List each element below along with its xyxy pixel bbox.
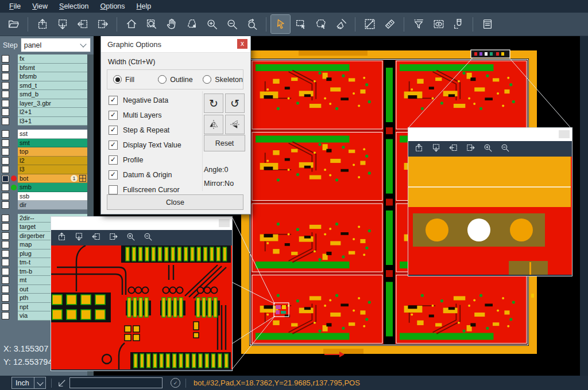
layer-visibility-checkbox[interactable] <box>2 223 9 231</box>
layer-row-fx[interactable]: fx <box>0 54 87 64</box>
layer-name-cell[interactable]: l2+1 <box>18 108 87 117</box>
reset-button[interactable]: Reset <box>204 135 245 151</box>
layer-visibility-checkbox[interactable] <box>2 259 9 266</box>
hand-pan-button[interactable] <box>162 15 181 33</box>
layer-visibility-checkbox[interactable] <box>2 130 9 138</box>
pan-right-button[interactable] <box>93 15 112 33</box>
layer-visibility-checkbox[interactable] <box>2 91 9 98</box>
checkbox-display-text-value[interactable]: ✓Display Text Value <box>109 141 181 150</box>
layer-visibility-checkbox[interactable] <box>2 73 9 80</box>
layer-visibility-checkbox[interactable] <box>2 276 9 284</box>
home-view-button[interactable] <box>122 15 141 33</box>
zoom-in-button[interactable] <box>126 232 136 244</box>
layer-row-l3[interactable]: l3 <box>0 165 87 174</box>
layer-visibility-checkbox[interactable] <box>2 100 9 107</box>
filter-button[interactable] <box>409 15 428 33</box>
layer-name-cell[interactable]: ssb <box>18 192 87 201</box>
step-dropdown[interactable]: panel <box>21 38 91 52</box>
layer-visibility-checkbox[interactable] <box>2 312 9 319</box>
checkbox-step-repeat[interactable]: ✓Step & Repeat <box>109 126 169 135</box>
open-folder-button[interactable] <box>4 15 23 33</box>
layer-row-bfsmt[interactable]: bfsmt <box>0 64 87 73</box>
pan-up-button[interactable] <box>33 15 52 33</box>
measure-line-button[interactable] <box>360 15 379 33</box>
checkbox-fullscreen-cursor[interactable]: Fullscreen Cursor <box>109 185 180 194</box>
layer-visibility-checkbox[interactable] <box>2 148 9 155</box>
magnifier-window-right[interactable] <box>408 127 572 276</box>
layer-row-bot[interactable]: bot1 <box>0 174 87 184</box>
layer-row-top[interactable]: top <box>0 147 87 157</box>
dialog-title[interactable]: Graphic Options <box>101 36 250 53</box>
layer-visibility-checkbox[interactable] <box>2 157 9 165</box>
magnifier-titlebar[interactable] <box>51 217 232 230</box>
layer-visibility-checkbox[interactable] <box>2 175 9 182</box>
magnifier-view-left[interactable] <box>51 245 232 369</box>
pan-left-button[interactable] <box>448 143 458 155</box>
layer-visibility-checkbox[interactable] <box>2 303 9 311</box>
zoom-in-button[interactable] <box>202 15 221 33</box>
layer-row-bfsmb[interactable]: bfsmb <box>0 72 87 81</box>
clean-brush-button[interactable] <box>331 15 350 33</box>
layer-row-layer_3.gbr[interactable]: layer_3.gbr <box>0 99 87 108</box>
close-button[interactable]: Close <box>107 194 243 210</box>
layer-row-sst[interactable]: sst <box>0 130 87 139</box>
layer-name-cell[interactable]: bfsmb <box>18 72 87 81</box>
checkbox-negative-data[interactable]: ✓Negative Data <box>109 96 168 105</box>
menu-selection[interactable]: Selection <box>53 1 94 11</box>
zoom-in-button[interactable] <box>483 143 493 155</box>
checkbox-multi-layers[interactable]: ✓Multi Layers <box>109 111 161 120</box>
pan-down-button[interactable] <box>74 232 84 244</box>
pan-left-button[interactable] <box>91 232 101 244</box>
layer-visibility-checkbox[interactable] <box>2 232 9 240</box>
layer-name-cell[interactable]: smt <box>18 139 87 148</box>
layer-visibility-checkbox[interactable] <box>2 214 9 222</box>
select-cursor-button[interactable] <box>271 15 290 33</box>
layer-name-cell[interactable]: l3 <box>18 165 87 174</box>
layer-name-cell[interactable]: smb <box>18 183 87 192</box>
layer-row-l2[interactable]: l2 <box>0 157 87 166</box>
layer-visibility-checkbox[interactable] <box>2 241 9 248</box>
menu-help[interactable]: Help <box>131 1 157 11</box>
layer-visibility-checkbox[interactable] <box>2 82 9 89</box>
window-button[interactable] <box>219 219 230 227</box>
layer-visibility-checkbox[interactable] <box>2 286 9 293</box>
layer-row-l3+1[interactable]: l3+1 <box>0 117 87 126</box>
layer-visibility-checkbox[interactable] <box>2 64 9 72</box>
rotate-ccw-button[interactable]: ↺ <box>225 93 245 113</box>
layer-visibility-checkbox[interactable] <box>2 184 9 191</box>
magnifier-view-right[interactable] <box>408 157 572 275</box>
ruler-button[interactable] <box>380 15 399 33</box>
window-button[interactable] <box>559 130 570 138</box>
pan-down-button[interactable] <box>53 15 72 33</box>
layer-visibility-checkbox[interactable] <box>2 193 9 200</box>
pan-down-button[interactable] <box>431 143 441 155</box>
pan-up-button[interactable] <box>414 143 424 155</box>
layer-name-cell[interactable]: fx <box>18 54 87 64</box>
layer-visibility-checkbox[interactable] <box>2 268 9 275</box>
layer-visibility-checkbox[interactable] <box>2 201 9 209</box>
layer-name-cell[interactable]: layer_3.gbr <box>18 99 87 108</box>
mirror-horizontal-button[interactable] <box>204 115 223 134</box>
layer-name-cell[interactable]: smd_b <box>18 90 87 99</box>
layer-row-smd_b[interactable]: smd_b <box>0 90 87 99</box>
layer-visibility-checkbox[interactable] <box>2 166 9 173</box>
layer-name-cell[interactable]: dir <box>18 201 87 210</box>
layer-visibility-checkbox[interactable] <box>2 250 9 258</box>
layer-name-cell[interactable]: l3+1 <box>18 117 87 126</box>
zoom-out-button[interactable] <box>500 143 510 155</box>
layer-row-smd_t[interactable]: smd_t <box>0 81 87 91</box>
layer-name-cell[interactable]: smd_t <box>18 81 87 91</box>
layer-row-ssb[interactable]: ssb <box>0 192 87 201</box>
checkbox-datum-origin[interactable]: ✓Datum & Origin <box>109 170 172 180</box>
zoom-selected-button[interactable] <box>182 15 201 33</box>
layer-visibility-checkbox[interactable] <box>2 294 9 302</box>
snap-magnet-button[interactable] <box>449 15 468 33</box>
zoom-window-button[interactable] <box>142 15 161 33</box>
menu-file[interactable]: File <box>3 1 26 11</box>
angle-mode-icon[interactable] <box>57 378 67 388</box>
checkbox-profile[interactable]: ✓Profile <box>109 155 143 165</box>
mirror-vertical-button[interactable] <box>225 115 245 134</box>
zoom-out-button[interactable] <box>222 15 241 33</box>
layer-name-cell[interactable]: bfsmt <box>18 64 87 73</box>
pan-up-button[interactable] <box>57 232 67 244</box>
